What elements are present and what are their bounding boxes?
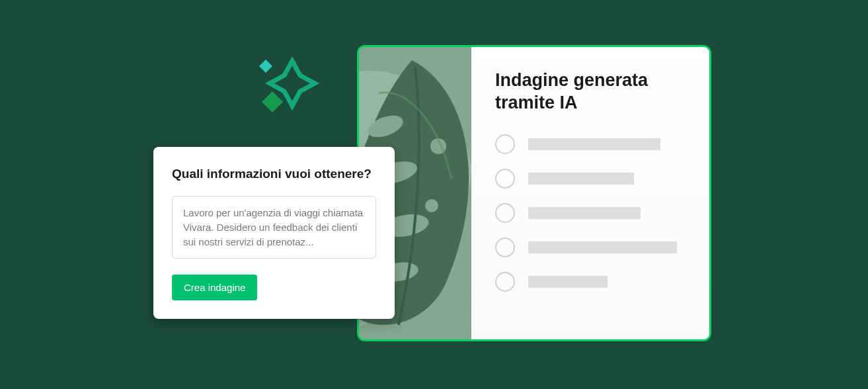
prompt-card: Quali informazioni vuoi ottenere? Crea i… — [153, 147, 395, 319]
survey-options — [495, 134, 686, 292]
create-survey-button[interactable]: Crea indagine — [172, 275, 257, 300]
survey-preview-card: Indagine generata tramite IA — [357, 45, 711, 341]
option-placeholder — [528, 276, 608, 288]
option-placeholder — [528, 207, 641, 219]
survey-option — [495, 238, 686, 257]
radio-icon[interactable] — [495, 238, 515, 257]
survey-content: Indagine generata tramite IA — [471, 47, 709, 339]
option-placeholder — [528, 241, 677, 253]
ai-sparkle-icon — [254, 57, 320, 116]
survey-option — [495, 203, 686, 223]
radio-icon[interactable] — [495, 169, 515, 189]
prompt-title: Quali informazioni vuoi ottenere? — [172, 167, 376, 181]
survey-title: Indagine generata tramite IA — [495, 69, 686, 114]
prompt-textarea[interactable] — [172, 196, 376, 259]
survey-option — [495, 169, 686, 189]
radio-icon[interactable] — [495, 272, 515, 292]
radio-icon[interactable] — [495, 134, 515, 154]
radio-icon[interactable] — [495, 203, 515, 223]
option-placeholder — [528, 173, 634, 185]
option-placeholder — [528, 138, 660, 150]
survey-option — [495, 272, 686, 292]
survey-option — [495, 134, 686, 154]
